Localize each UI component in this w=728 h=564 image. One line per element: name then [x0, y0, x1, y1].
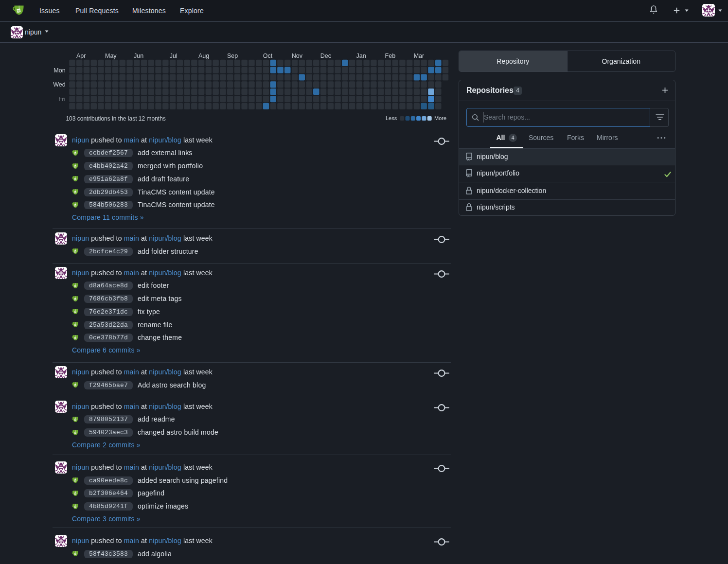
svg-text:Sep: Sep [227, 53, 238, 59]
svg-text:Nov: Nov [292, 53, 303, 59]
svg-text:Dec: Dec [320, 53, 331, 59]
svg-text:Fri: Fri [58, 96, 66, 103]
svg-text:Wed: Wed [53, 81, 66, 88]
svg-text:Apr: Apr [76, 53, 86, 59]
svg-text:More: More [434, 115, 446, 121]
svg-text:May: May [105, 53, 117, 59]
svg-text:Oct: Oct [263, 53, 273, 59]
svg-text:Feb: Feb [385, 53, 396, 59]
svg-text:Mon: Mon [53, 67, 65, 74]
svg-text:Aug: Aug [198, 53, 209, 59]
svg-text:Jan: Jan [356, 53, 366, 59]
svg-text:Less: Less [386, 115, 397, 121]
svg-text:103 contributions in the last: 103 contributions in the last 12 months [66, 115, 165, 122]
svg-text:Jun: Jun [134, 53, 143, 59]
svg-text:Mar: Mar [414, 53, 425, 59]
svg-text:Jul: Jul [170, 53, 178, 59]
